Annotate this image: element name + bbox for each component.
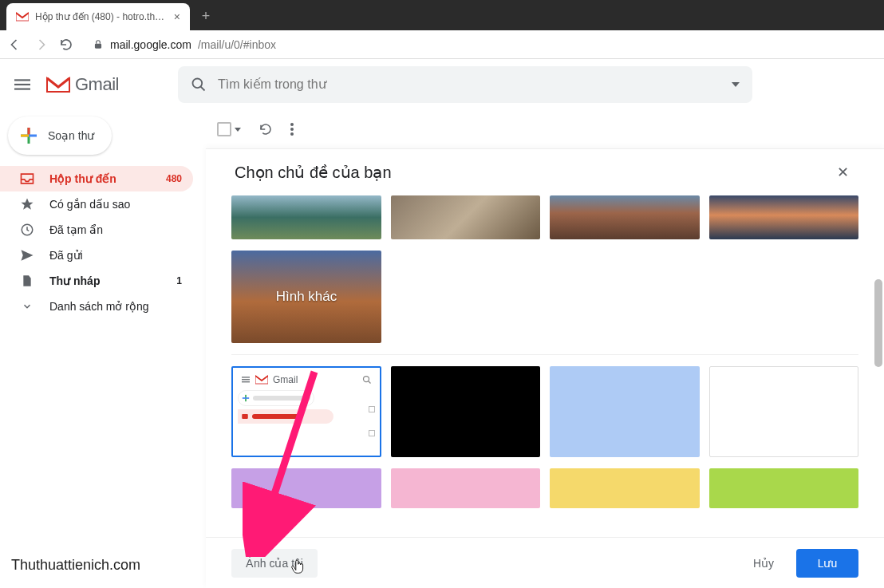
theme-thumb[interactable] xyxy=(231,195,381,239)
theme-color[interactable] xyxy=(550,468,700,508)
theme-row: Hình khác xyxy=(231,251,858,343)
inbox-icon xyxy=(241,412,249,420)
file-icon xyxy=(19,273,35,289)
search-icon xyxy=(362,375,372,385)
browser-tab[interactable]: Hộp thư đến (480) - hotro.thuthu × xyxy=(6,3,190,30)
sidebar-item-inbox[interactable]: Hộp thư đến 480 xyxy=(0,166,193,191)
search-wrap xyxy=(178,66,752,103)
chevron-down-icon xyxy=(19,298,35,314)
star-icon xyxy=(19,196,35,212)
sidebar-item-starred[interactable]: Có gắn dấu sao xyxy=(0,191,193,217)
svg-rect-18 xyxy=(243,397,249,399)
sidebar-item-drafts[interactable]: Thư nháp 1 xyxy=(0,268,193,294)
sidebar-item-label: Đã gửi xyxy=(49,249,83,262)
my-photos-button[interactable]: Ảnh của tôi xyxy=(231,549,318,578)
browser-tab-bar: Hộp thư đến (480) - hotro.thuthu × + xyxy=(0,0,884,30)
gmail-logo-icon xyxy=(46,76,70,93)
gmail-logo-text: Gmail xyxy=(75,74,119,95)
scrollbar-thumb[interactable] xyxy=(874,279,882,367)
sidebar-item-count: 1 xyxy=(176,275,182,286)
theme-color[interactable] xyxy=(550,366,699,457)
sidebar-item-label: Có gắn dấu sao xyxy=(49,198,130,211)
gmail-favicon-icon xyxy=(255,375,268,385)
reload-icon[interactable] xyxy=(59,37,73,52)
theme-picker-modal: Chọn chủ đề của bạn ✕ Hình khác Gmail xyxy=(206,148,884,588)
save-button[interactable]: Lưu xyxy=(796,549,858,578)
compose-plus-icon xyxy=(19,126,38,145)
dropdown-icon[interactable] xyxy=(732,82,740,87)
compose-label: Soạn thư xyxy=(48,129,94,142)
menu-icon[interactable] xyxy=(13,75,32,94)
close-icon[interactable]: ✕ xyxy=(831,157,855,187)
close-icon[interactable]: × xyxy=(174,10,180,23)
theme-thumb[interactable] xyxy=(709,195,859,239)
watermark-text: Thuthuattienich.com xyxy=(11,557,140,574)
sidebar-item-more[interactable]: Danh sách mở rộng xyxy=(0,294,193,319)
gmail-logo[interactable]: Gmail xyxy=(46,74,119,95)
mini-body xyxy=(238,390,375,451)
mini-app-name: Gmail xyxy=(273,374,298,385)
search-icon xyxy=(191,77,207,93)
url-host: mail.google.com xyxy=(110,38,191,51)
tab-title: Hộp thư đến (480) - hotro.thuthu xyxy=(35,11,168,22)
mini-inbox-row xyxy=(238,409,333,424)
theme-color[interactable] xyxy=(391,366,540,457)
theme-color[interactable] xyxy=(709,366,859,457)
url-path: /mail/u/0/#inbox xyxy=(198,38,276,51)
sidebar-item-label: Thư nháp xyxy=(49,274,100,287)
theme-more-label: Hình khác xyxy=(276,289,337,305)
sidebar-item-label: Đã tạm ẩn xyxy=(49,223,103,236)
address-bar: mail.google.com/mail/u/0/#inbox xyxy=(0,30,884,59)
svg-point-12 xyxy=(290,132,294,136)
theme-color[interactable] xyxy=(231,468,381,508)
new-tab-button[interactable]: + xyxy=(195,5,217,27)
compose-button[interactable]: Soạn thư xyxy=(8,116,112,155)
mini-compose xyxy=(238,390,314,406)
gmail-header: Gmail xyxy=(0,59,884,110)
svg-point-11 xyxy=(290,128,294,131)
svg-rect-3 xyxy=(14,89,30,90)
search-input[interactable] xyxy=(218,77,720,92)
dropdown-icon[interactable] xyxy=(235,128,241,132)
theme-thumb[interactable] xyxy=(391,195,541,239)
sidebar-item-snoozed[interactable]: Đã tạm ẩn xyxy=(0,217,193,243)
svg-rect-8 xyxy=(21,135,29,137)
theme-thumb[interactable] xyxy=(550,195,700,239)
clock-icon xyxy=(19,222,35,238)
plus-icon xyxy=(242,394,250,402)
select-all-checkbox[interactable] xyxy=(217,122,231,136)
theme-default-selected[interactable]: Gmail xyxy=(231,366,381,457)
lock-icon xyxy=(93,39,104,50)
svg-point-16 xyxy=(363,377,369,382)
sidebar-item-sent[interactable]: Đã gửi xyxy=(0,243,193,268)
svg-point-10 xyxy=(290,123,294,126)
search-box[interactable] xyxy=(178,66,752,103)
svg-rect-15 xyxy=(242,381,250,382)
modal-footer: Ảnh của tôi Hủy Lưu xyxy=(206,537,884,588)
refresh-icon[interactable] xyxy=(258,122,273,136)
checkbox-icon xyxy=(369,430,375,436)
sidebar-item-label: Danh sách mở rộng xyxy=(49,300,149,313)
sidebar: Soạn thư Hộp thư đến 480 Có gắn dấu sao … xyxy=(0,110,204,588)
theme-color[interactable] xyxy=(709,468,859,508)
divider xyxy=(231,354,858,355)
svg-rect-0 xyxy=(95,43,101,48)
theme-color[interactable] xyxy=(391,468,541,508)
theme-row: Gmail xyxy=(231,366,858,457)
modal-body: Hình khác Gmail xyxy=(206,195,884,537)
svg-rect-1 xyxy=(14,79,30,81)
svg-rect-2 xyxy=(14,84,30,85)
theme-more-button[interactable]: Hình khác xyxy=(231,251,381,343)
modal-header: Chọn chủ đề của bạn ✕ xyxy=(206,149,884,195)
cancel-button[interactable]: Hủy xyxy=(739,549,788,578)
more-icon[interactable] xyxy=(290,123,294,136)
gmail-favicon-icon xyxy=(16,10,29,23)
back-icon[interactable] xyxy=(8,37,22,52)
svg-point-4 xyxy=(192,79,202,89)
mini-header: Gmail xyxy=(238,373,375,387)
svg-rect-13 xyxy=(242,377,250,377)
checkbox-icon xyxy=(369,406,375,412)
forward-icon[interactable] xyxy=(34,37,48,52)
svg-rect-14 xyxy=(242,379,250,380)
url-box[interactable]: mail.google.com/mail/u/0/#inbox xyxy=(85,38,876,51)
